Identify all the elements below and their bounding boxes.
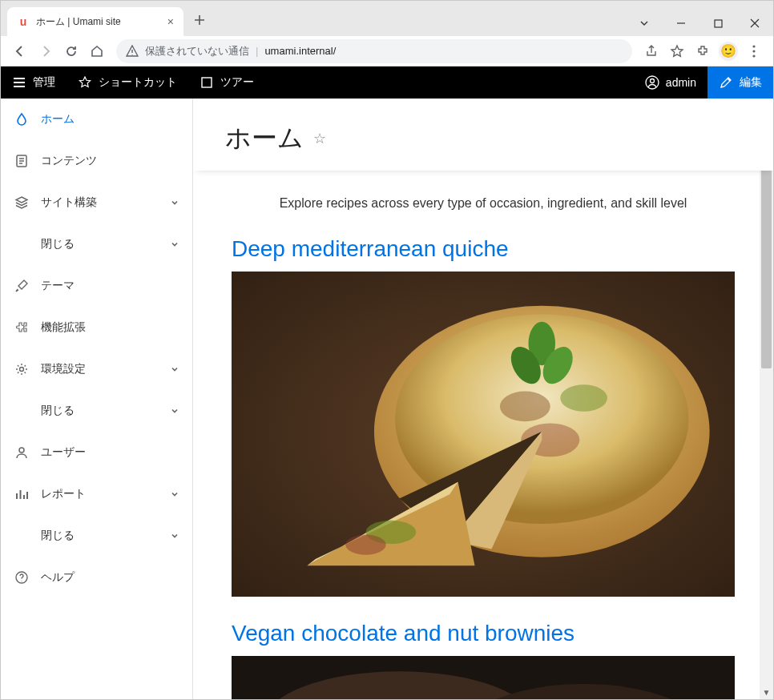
sidebar-item-config[interactable]: 環境設定 bbox=[1, 348, 192, 390]
drop-icon bbox=[14, 111, 30, 127]
profile-avatar[interactable]: 🙂 bbox=[716, 38, 741, 64]
svg-point-2 bbox=[752, 50, 755, 52]
window-close-button[interactable] bbox=[736, 10, 773, 36]
chevron-down-icon bbox=[170, 406, 179, 416]
intro-text: Explore recipes across every type of occ… bbox=[232, 196, 735, 211]
admin-toolbar: 管理 ショートカット ツアー admin 編集 bbox=[1, 66, 773, 99]
url-text: umami.internal/ bbox=[264, 45, 336, 57]
chevron-down-icon[interactable] bbox=[626, 10, 663, 36]
svg-point-15 bbox=[560, 384, 607, 411]
sidebar-item-theme[interactable]: テーマ bbox=[1, 265, 192, 307]
sidebar-item-label: 閉じる bbox=[41, 404, 170, 418]
recipe-link-1[interactable]: Deep mediterranean quiche bbox=[232, 236, 735, 262]
svg-point-6 bbox=[650, 79, 654, 83]
toolbar-tour-label: ツアー bbox=[220, 75, 254, 90]
sidebar-item-label: ホーム bbox=[41, 112, 179, 127]
layers-icon bbox=[14, 195, 30, 211]
toolbar-edit-label: 編集 bbox=[740, 75, 762, 90]
page-title: ホーム bbox=[225, 121, 304, 156]
sidebar-item-content[interactable]: コンテンツ bbox=[1, 140, 192, 182]
favicon-icon: u bbox=[17, 15, 30, 28]
chevron-down-icon bbox=[170, 239, 179, 249]
user-icon bbox=[14, 445, 30, 461]
toolbar-tour[interactable]: ツアー bbox=[188, 66, 265, 99]
recipe-image-1[interactable] bbox=[232, 272, 735, 597]
recipe-image-2[interactable] bbox=[232, 656, 735, 699]
browser-address-bar: 保護されていない通信 | umami.internal/ 🙂 bbox=[1, 36, 773, 66]
warning-icon bbox=[126, 45, 139, 58]
toolbar-edit-button[interactable]: 編集 bbox=[707, 66, 773, 99]
hamburger-icon bbox=[12, 75, 26, 90]
page-header: ホーム ☆ bbox=[193, 99, 773, 171]
sidebar-item-label: ヘルプ bbox=[41, 570, 179, 585]
sidebar-item-home[interactable]: ホーム bbox=[1, 99, 192, 140]
gear-icon bbox=[14, 361, 30, 377]
sidebar-item-close-1[interactable]: 閉じる bbox=[1, 223, 192, 265]
sidebar-item-close-3[interactable]: 閉じる bbox=[1, 515, 192, 557]
toolbar-user[interactable]: admin bbox=[634, 66, 707, 99]
sidebar-item-label: 閉じる bbox=[41, 529, 170, 543]
extensions-icon[interactable] bbox=[690, 38, 716, 64]
sidebar-item-label: ユーザー bbox=[41, 445, 179, 460]
document-icon bbox=[14, 153, 30, 169]
forward-button[interactable] bbox=[33, 38, 58, 64]
pencil-icon bbox=[719, 75, 733, 90]
sidebar-item-extend[interactable]: 機能拡張 bbox=[1, 307, 192, 348]
tab-title: ホーム | Umami site bbox=[36, 15, 161, 29]
barchart-icon bbox=[14, 486, 30, 502]
toolbar-user-label: admin bbox=[666, 76, 696, 89]
sidebar-item-label: レポート bbox=[41, 487, 170, 501]
star-icon bbox=[78, 75, 92, 90]
chevron-down-icon bbox=[170, 364, 179, 374]
help-icon bbox=[14, 569, 30, 585]
sidebar-item-structure[interactable]: サイト構築 bbox=[1, 182, 192, 223]
recipe-link-2[interactable]: Vegan chocolate and nut brownies bbox=[232, 621, 735, 646]
chevron-down-icon bbox=[170, 531, 179, 541]
puzzle-icon bbox=[14, 320, 30, 336]
new-tab-button[interactable] bbox=[188, 9, 211, 31]
browser-titlebar: u ホーム | Umami site × bbox=[1, 1, 773, 36]
sidebar-item-label: 閉じる bbox=[41, 237, 170, 251]
svg-point-14 bbox=[500, 392, 550, 422]
recipe-title-text: Deep mediterranean quiche bbox=[232, 236, 509, 261]
kebab-menu-icon[interactable] bbox=[741, 38, 767, 64]
content-area: ホーム ☆ Explore recipes across every type … bbox=[193, 99, 773, 699]
svg-point-21 bbox=[345, 535, 385, 555]
sidebar-item-users[interactable]: ユーザー bbox=[1, 432, 192, 473]
home-button[interactable] bbox=[84, 38, 110, 64]
reload-button[interactable] bbox=[58, 38, 84, 64]
share-icon[interactable] bbox=[639, 38, 664, 64]
sidebar-item-label: 環境設定 bbox=[41, 362, 170, 376]
recipe-title-text: Vegan chocolate and nut brownies bbox=[232, 621, 574, 646]
address-bar-input[interactable]: 保護されていない通信 | umami.internal/ bbox=[116, 39, 632, 63]
toolbar-admin-menu[interactable]: 管理 bbox=[1, 66, 67, 99]
svg-rect-4 bbox=[202, 78, 212, 87]
svg-rect-0 bbox=[715, 20, 722, 27]
svg-point-9 bbox=[19, 448, 24, 453]
user-circle-icon bbox=[645, 75, 659, 90]
toolbar-shortcuts[interactable]: ショートカット bbox=[67, 66, 188, 99]
svg-point-8 bbox=[20, 368, 24, 372]
toolbar-shortcuts-label: ショートカット bbox=[99, 75, 177, 90]
favorite-star-icon[interactable]: ☆ bbox=[313, 130, 326, 147]
close-icon[interactable]: × bbox=[167, 15, 174, 28]
scroll-track[interactable] bbox=[760, 112, 773, 686]
url-separator: | bbox=[256, 45, 258, 57]
vertical-scrollbar[interactable]: ▲ ▼ bbox=[760, 99, 773, 699]
window-maximize-button[interactable] bbox=[699, 10, 736, 36]
svg-point-3 bbox=[752, 54, 755, 57]
chevron-down-icon bbox=[170, 489, 179, 499]
browser-tab-active[interactable]: u ホーム | Umami site × bbox=[7, 7, 183, 36]
scroll-down-arrow-icon[interactable]: ▼ bbox=[760, 686, 773, 699]
sidebar-item-label: テーマ bbox=[41, 279, 179, 293]
sidebar-item-close-2[interactable]: 閉じる bbox=[1, 390, 192, 432]
square-icon bbox=[200, 75, 214, 90]
window-minimize-button[interactable] bbox=[663, 10, 699, 36]
sidebar-item-label: 機能拡張 bbox=[41, 320, 179, 335]
sidebar-item-help[interactable]: ヘルプ bbox=[1, 557, 192, 598]
sidebar-item-label: サイト構築 bbox=[41, 195, 170, 210]
back-button[interactable] bbox=[7, 38, 33, 64]
toolbar-admin-label: 管理 bbox=[33, 75, 55, 90]
sidebar-item-reports[interactable]: レポート bbox=[1, 473, 192, 515]
bookmark-star-icon[interactable] bbox=[664, 38, 690, 64]
